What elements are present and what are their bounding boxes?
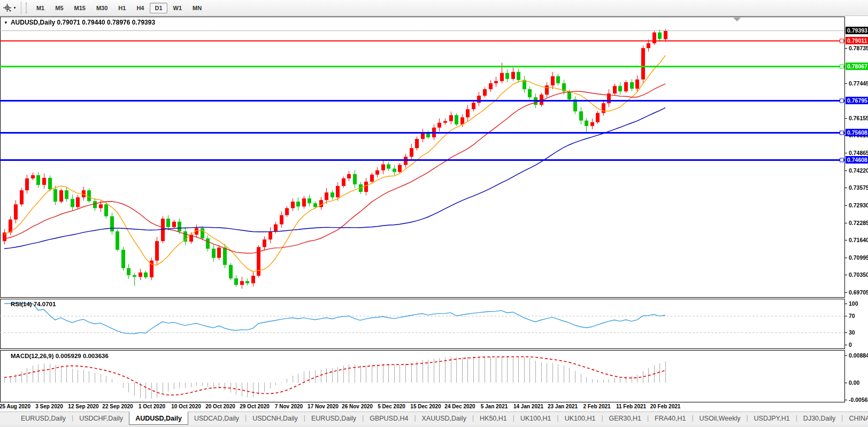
date-axis-label: 25 Aug 2020 <box>0 403 30 409</box>
timeframe-button-h4[interactable]: H4 <box>132 3 149 13</box>
macd-axis-tick: 0.00 <box>849 379 859 386</box>
price-axis-tick: 0.70350 <box>849 271 868 278</box>
date-axis-label: 22 Sep 2020 <box>102 403 133 409</box>
chart-tab-usdjpy-h1[interactable]: USDJPY,H1 <box>748 412 796 425</box>
date-axis-label: 5 Dec 2020 <box>378 403 405 409</box>
price-axis-tick: 0.76155 <box>849 114 868 122</box>
price-axis-tick: 0.78735 <box>849 44 868 52</box>
chart-tab-fra40-h1[interactable]: FRA40,H1 <box>649 412 692 425</box>
date-axis-label: 14 Jan 2021 <box>513 403 543 409</box>
rsi-axis-tick: 70 <box>849 312 855 320</box>
price-line-badge: 0.78067 <box>846 63 868 70</box>
toolbar: ▼ M1M5M15M30H1H4D1W1MN <box>0 0 868 16</box>
date-axis-label: 5 Jan 2021 <box>481 403 508 409</box>
rsi-axis-tick: 100 <box>849 300 858 307</box>
chart-tab-china300-h1[interactable]: CHINA300,H1 <box>843 412 868 425</box>
price-axis-tick: 0.72285 <box>849 219 868 227</box>
timeframe-button-m30[interactable]: M30 <box>91 3 112 13</box>
date-axis-label: 23 Jan 2021 <box>548 403 578 409</box>
date-axis-label: 26 Nov 2020 <box>342 403 373 409</box>
date-axis-label: 20 Feb 2021 <box>650 403 681 409</box>
chart-tab-gbpusd-h4[interactable]: GBPUSD,H4 <box>364 412 414 425</box>
timeframe-button-mn[interactable]: MN <box>188 3 206 13</box>
chart-tab-usdchf-daily[interactable]: USDCHF,Daily <box>73 412 129 425</box>
crosshair-tool-icon[interactable] <box>2 3 12 13</box>
date-axis-label: 1 Oct 2020 <box>139 403 165 409</box>
chart-tab-audusd-daily[interactable]: AUDUSD,Daily <box>129 412 188 425</box>
date-axis-label: 24 Dec 2020 <box>444 403 475 409</box>
chart-tab-dj30-daily[interactable]: DJ30,Daily <box>797 412 841 425</box>
price-axis-tick: 0.72930 <box>849 201 868 209</box>
chart-tab-usoil-weekly[interactable]: USOil,Weekly <box>694 412 747 425</box>
date-axis-label: 29 Oct 2020 <box>240 403 270 409</box>
price-axis-tick: 0.77445 <box>849 80 868 87</box>
tool-dropdown-caret-icon[interactable]: ▼ <box>13 6 17 10</box>
price-line-badge: 0.76795 <box>846 97 868 104</box>
timeframe-button-m1[interactable]: M1 <box>32 3 49 13</box>
chart-tab-eurusd-daily[interactable]: EURUSD,Daily <box>305 412 362 425</box>
price-line-badge: 0.79393 <box>846 27 868 34</box>
toolbar-grip[interactable] <box>26 3 27 13</box>
chart-tab-uk100-h1[interactable]: UK100,H1 <box>559 412 602 425</box>
price-line-badge: 0.75608 <box>846 129 868 136</box>
chart-collapse-icon[interactable]: ▼ <box>4 20 8 25</box>
price-axis-tick: 0.73575 <box>849 184 868 191</box>
timeframe-button-h1[interactable]: H1 <box>113 3 130 13</box>
chart-tab-xauusd-daily[interactable]: XAUUSD,Daily <box>416 412 472 425</box>
chart-title: ▼AUDUSD,Daily 0.79071 0.79440 0.78976 0.… <box>4 19 155 26</box>
price-axis-tick: 0.71640 <box>849 236 868 244</box>
rsi-axis-tick: 0 <box>849 341 852 348</box>
chart-area: ▼AUDUSD,Daily 0.79071 0.79440 0.78976 0.… <box>0 16 868 402</box>
mt4-window: ▼ M1M5M15M30H1H4D1W1MN ▼AUDUSD,Daily 0.7… <box>0 0 868 427</box>
chart-tab-uk100-h1[interactable]: UK100,H1 <box>514 412 557 425</box>
timeframe-button-m15[interactable]: M15 <box>70 3 90 13</box>
price-axis-tick: 0.70995 <box>849 254 868 261</box>
chart-tab-usdcad-daily[interactable]: USDCAD,Daily <box>188 412 245 425</box>
toolbar-separator <box>21 2 21 14</box>
chart-tab-hk50-h1[interactable]: HK50,H1 <box>474 412 513 425</box>
chart-tab-ger30-h1[interactable]: GER30,H1 <box>603 412 647 425</box>
macd-label: MACD(12,26,9) 0.005929 0.003636 <box>11 353 109 359</box>
date-axis-label: 3 Sep 2020 <box>35 403 63 409</box>
date-axis-label: 2 Feb 2021 <box>583 403 610 409</box>
price-axis-tick: 0.74220 <box>849 167 868 174</box>
chart-tab-eurusd-daily[interactable]: EURUSD,Daily <box>15 412 72 425</box>
price-chart-canvas[interactable] <box>0 16 868 402</box>
rsi-label: RSI(14) 74.0701 <box>11 301 56 307</box>
price-line-badge: 0.79011 <box>846 37 868 44</box>
date-axis-label: 15 Dec 2020 <box>410 403 441 409</box>
timeframe-button-w1[interactable]: W1 <box>168 3 187 13</box>
timeframe-buttons: M1M5M15M30H1H4D1W1MN <box>31 3 207 13</box>
rsi-axis-tick: 30 <box>849 329 855 336</box>
date-axis-label: 12 Sep 2020 <box>68 403 98 409</box>
macd-axis-tick: 0.00884 <box>849 352 868 359</box>
date-axis-label: 17 Nov 2020 <box>308 403 339 409</box>
date-axis-label: 10 Oct 2020 <box>171 403 201 409</box>
bottom-strip <box>0 425 868 427</box>
price-axis-tick: 0.69705 <box>849 289 868 296</box>
date-axis-label: 11 Feb 2021 <box>616 403 646 409</box>
date-axis-label: 20 Oct 2020 <box>205 403 235 409</box>
price-line-badge: 0.74608 <box>846 156 868 164</box>
date-axis: 25 Aug 20203 Sep 202012 Sep 202022 Sep 2… <box>0 402 868 412</box>
date-axis-label: 7 Nov 2020 <box>275 403 303 409</box>
price-axis-tick: 0.74865 <box>849 149 868 157</box>
timeframe-button-m5[interactable]: M5 <box>50 3 68 13</box>
chart-tab-bar: EURUSD,Daily|USDCHF,DailyAUDUSD,DailyUSD… <box>0 412 868 425</box>
chart-title-text: AUDUSD,Daily 0.79071 0.79440 0.78976 0.7… <box>11 19 155 26</box>
timeframe-button-d1[interactable]: D1 <box>150 3 167 13</box>
chart-tab-usdcnh-daily[interactable]: USDCNH,Daily <box>247 412 304 425</box>
